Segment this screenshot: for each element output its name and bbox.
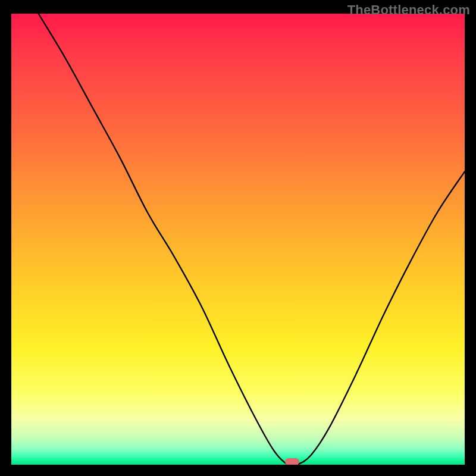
plot-area [11, 14, 465, 465]
chart-stage: TheBottleneck.com [0, 0, 476, 476]
watermark-label: TheBottleneck.com [347, 2, 470, 18]
bottleneck-curve [11, 14, 465, 465]
optimum-marker [285, 458, 299, 465]
